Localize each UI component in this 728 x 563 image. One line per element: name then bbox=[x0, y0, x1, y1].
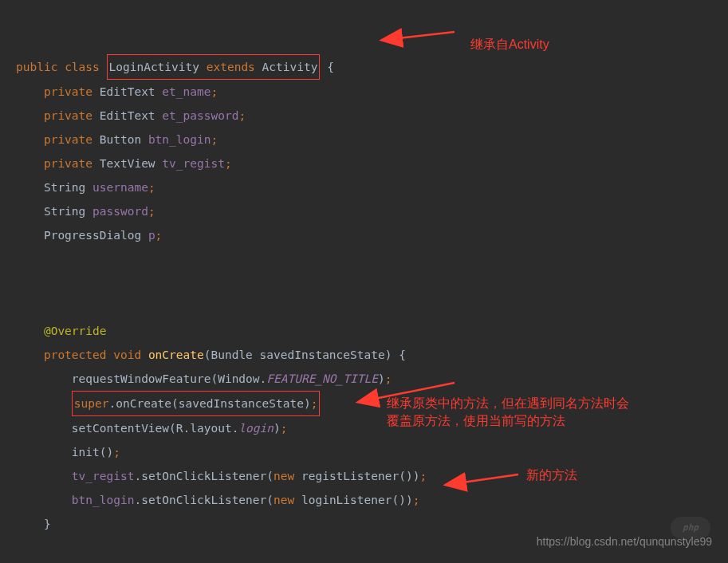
keyword-private: private bbox=[44, 133, 92, 146]
annotation-new-method: 新的方法 bbox=[526, 467, 577, 484]
keyword-super: super bbox=[74, 397, 109, 410]
box-class-declaration: LoginActivity extends Activity bbox=[107, 54, 321, 80]
class-decl-text: LoginActivity extends Activity bbox=[109, 61, 318, 73]
const-feature-no-title: FEATURE_NO_TITLE bbox=[266, 372, 378, 385]
params: (Bundle savedInstanceState) { bbox=[204, 348, 406, 361]
keyword-protected: protected bbox=[44, 348, 107, 361]
field-username: username bbox=[92, 181, 148, 194]
keyword-private: private bbox=[44, 85, 92, 98]
ref-btn-login: btn_login bbox=[72, 494, 135, 506]
field-tv-regist: tv_regist bbox=[162, 157, 225, 170]
type: ProgressDialog bbox=[44, 229, 141, 242]
type: String bbox=[44, 205, 85, 218]
type: EditText bbox=[100, 85, 155, 98]
brace: { bbox=[327, 61, 334, 73]
field-p: p bbox=[148, 229, 155, 242]
box-super-call: super.onCreate(savedInstanceState); bbox=[72, 391, 321, 416]
field-et-name: et_name bbox=[162, 85, 211, 98]
keyword-new: new bbox=[273, 470, 294, 482]
keyword-private: private bbox=[44, 157, 92, 170]
code-block: public class LoginActivity extends Activ… bbox=[0, 0, 728, 552]
annotation-inherit-activity: 继承自Activity bbox=[470, 36, 549, 53]
setcontentview-b: ) bbox=[273, 422, 281, 435]
layout-login: login bbox=[238, 422, 273, 435]
super-rest: .onCreate(savedInstanceState) bbox=[109, 397, 311, 410]
keyword-new: new bbox=[273, 494, 294, 506]
keyword-private: private bbox=[44, 109, 92, 122]
keyword-public: public bbox=[16, 61, 57, 73]
field-btn-login: btn_login bbox=[148, 133, 211, 146]
call-init: init() bbox=[72, 446, 113, 459]
field-et-password: et_password bbox=[162, 109, 238, 122]
field-password: password bbox=[92, 205, 148, 218]
annotation-line2: 覆盖原方法，使用当前写的方法 bbox=[387, 412, 629, 430]
type: String bbox=[44, 181, 85, 194]
annotation-override: @Override bbox=[44, 325, 107, 337]
watermark-text: https://blog.csdn.net/qunqunstyle99 bbox=[537, 530, 712, 553]
keyword-class: class bbox=[65, 61, 100, 73]
type: Button bbox=[100, 133, 141, 146]
setcontentview-a: setContentView(R.layout. bbox=[72, 422, 239, 435]
registlistener: registListener()) bbox=[294, 470, 419, 482]
type: EditText bbox=[100, 109, 155, 122]
method-oncreate: onCreate bbox=[148, 348, 204, 361]
setonclick-b: .setOnClickListener( bbox=[134, 494, 273, 506]
type: TextView bbox=[100, 157, 155, 170]
loginlistener: loginListener()) bbox=[294, 494, 412, 506]
ref-tv-regist: tv_regist bbox=[72, 470, 135, 482]
keyword-void: void bbox=[113, 348, 141, 361]
paren: ) bbox=[378, 372, 385, 385]
annotation-line1: 继承原类中的方法，但在遇到同名方法时会 bbox=[387, 395, 629, 412]
call-requestwindowfeature: requestWindowFeature(Window. bbox=[72, 372, 266, 385]
annotation-inherit-method: 继承原类中的方法，但在遇到同名方法时会 覆盖原方法，使用当前写的方法 bbox=[387, 395, 629, 430]
setonclick-a: .setOnClickListener( bbox=[134, 470, 273, 482]
